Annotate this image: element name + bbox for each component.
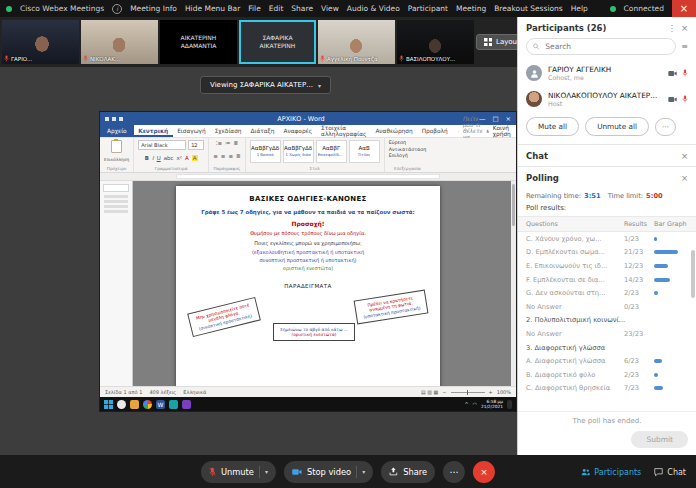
- zoom-level[interactable]: 100%: [497, 389, 511, 395]
- more-options-button[interactable]: ⋯: [655, 118, 676, 136]
- quick-access-toolbar[interactable]: [105, 117, 123, 121]
- menu-breakout-sessions[interactable]: Breakout Sessions: [494, 4, 563, 13]
- hide-menu-bar-button[interactable]: Hide Menu Bar: [185, 4, 240, 13]
- zoom-out-button[interactable]: −: [442, 389, 446, 395]
- page-indicator[interactable]: Σελίδα 1 από 1: [105, 389, 142, 395]
- video-tile[interactable]: Αγγελική Πουντζά: [318, 20, 395, 64]
- tab-design[interactable]: Σχεδίαση: [210, 128, 246, 134]
- muted-mic-icon: [320, 55, 325, 62]
- tab-references[interactable]: Αναφορές: [279, 128, 317, 134]
- menu-meeting[interactable]: Meeting: [456, 4, 486, 13]
- language-indicator[interactable]: Ελληνικά: [183, 389, 206, 395]
- app-icon[interactable]: [169, 400, 178, 409]
- mute-all-button[interactable]: Mute all: [526, 117, 579, 136]
- paste-icon[interactable]: [111, 140, 122, 153]
- menu-view[interactable]: View: [321, 4, 339, 13]
- word-count[interactable]: 409 λέξεις: [149, 389, 176, 395]
- navigation-pane[interactable]: [100, 181, 133, 386]
- document-page[interactable]: ΒΑΣΙΚΕΣ ΟΔΗΓΙΕΣ-ΚΑΝΟΝΕΣ Γράψε 5 έως 7 οδ…: [176, 186, 440, 386]
- share-button[interactable]: Share: [381, 461, 435, 483]
- video-options-caret[interactable]: ▾: [362, 468, 365, 475]
- wifi-icon[interactable]: ◠: [473, 401, 477, 407]
- font-size-select[interactable]: 12: [188, 140, 204, 150]
- unmute-all-button[interactable]: Unmute all: [585, 117, 649, 136]
- audio-options-caret[interactable]: ▾: [265, 468, 268, 475]
- camera-on-icon[interactable]: [668, 70, 677, 77]
- select-button[interactable]: Επιλογή: [389, 153, 408, 158]
- viewing-badge[interactable]: Viewing ΣΑΦΑΡΙΚΑ ΑΙΚΑΤΕΡ... ▾: [200, 76, 331, 94]
- style-chip[interactable]: ΑαΒβΓΕπικεφαλίδα 1: [316, 140, 347, 163]
- menu-help[interactable]: Help: [571, 4, 588, 13]
- document-scrollbar[interactable]: [511, 181, 516, 386]
- video-tile-no-video[interactable]: ΑΙΚΑΤΕΡΙΝΗ ΑΔΑΜΑΝΤΙΑ: [160, 20, 237, 64]
- menu-share[interactable]: Share: [291, 4, 313, 13]
- align-buttons[interactable]: ≡≡≡≣: [213, 153, 240, 159]
- tab-layout[interactable]: Διάταξη: [246, 128, 279, 134]
- nav-search-box[interactable]: [103, 184, 129, 192]
- word-taskbar-icon[interactable]: W: [156, 400, 165, 409]
- panel-options-icon[interactable]: ⋮: [667, 23, 676, 33]
- search-box[interactable]: [526, 38, 676, 55]
- video-tile[interactable]: ΓΑΡΙΟ...: [2, 20, 79, 64]
- more-options-button[interactable]: ⋯: [443, 461, 465, 483]
- close-polling-icon[interactable]: ×: [681, 173, 688, 183]
- video-tile[interactable]: ΒΑΣΙΛΟΠΟΥΛΟΥ...: [397, 20, 474, 64]
- zoom-slider[interactable]: [451, 392, 485, 393]
- video-tile[interactable]: ΝΙΚΟΛΑΚ...: [81, 20, 158, 64]
- participant-row[interactable]: ΓΑΡΙΟΥ ΑΓΓΕΛΙΚΗ Cohost, me: [518, 60, 696, 86]
- chat-panel-button[interactable]: Chat: [654, 467, 686, 476]
- replace-button[interactable]: Αντικατάσταση: [389, 147, 427, 152]
- find-button[interactable]: Εύρεση: [389, 140, 407, 145]
- list-buttons[interactable]: ⁚≡≔≣: [216, 140, 238, 146]
- participants-panel-button[interactable]: Participants: [581, 467, 641, 476]
- app-icon[interactable]: [182, 400, 191, 409]
- font-name-select[interactable]: Arial Black: [138, 140, 186, 150]
- menu-audio-video[interactable]: Audio & Video: [347, 4, 400, 13]
- unmute-button[interactable]: Unmute ▾: [201, 461, 276, 483]
- chrome-icon[interactable]: [143, 400, 152, 409]
- menu-participant[interactable]: Participant: [408, 4, 448, 13]
- maximize-icon: □: [492, 115, 498, 123]
- leave-meeting-button[interactable]: ×: [473, 461, 495, 483]
- zoom-in-button[interactable]: +: [489, 389, 493, 395]
- poll-scrollbar[interactable]: [691, 250, 695, 298]
- tray-chevron-icon[interactable]: ^: [464, 401, 468, 407]
- close-participants-icon[interactable]: ×: [681, 23, 688, 33]
- polling-section-header[interactable]: Polling ×: [518, 166, 696, 188]
- style-chip[interactable]: ΑαΒβΓγΔδ1 Βασικό: [250, 140, 281, 163]
- tab-mailings[interactable]: Στοιχεία αλληλογραφίας: [317, 125, 371, 137]
- font-style-buttons[interactable]: BIUabcx²AA: [145, 155, 198, 161]
- search-taskbar-icon[interactable]: [117, 400, 126, 409]
- windows-start-icon[interactable]: [104, 400, 113, 409]
- window-controls[interactable]: —□×: [479, 115, 511, 123]
- search-input[interactable]: [543, 41, 669, 52]
- style-chip[interactable]: ΑαΒΤίτλος: [349, 140, 380, 163]
- tab-home[interactable]: Κεντρική: [134, 125, 173, 137]
- muted-mic-icon[interactable]: [682, 95, 688, 103]
- chat-section-header[interactable]: Chat ×: [518, 144, 696, 166]
- close-chat-icon[interactable]: ×: [681, 151, 688, 161]
- meeting-info-button[interactable]: Meeting Info: [130, 4, 177, 13]
- view-mode-icons[interactable]: ▤ ▥ ▦: [421, 389, 438, 395]
- camera-on-icon[interactable]: [668, 96, 677, 103]
- participant-row[interactable]: ΝΙΚΟΛΑΚΟΠΟΥΛΟΥ ΑΙΚΑΤΕΡ... Host: [518, 86, 696, 112]
- system-clock[interactable]: 6:58 μμ 21/2/2021: [481, 399, 503, 410]
- file-explorer-icon[interactable]: [130, 400, 139, 409]
- tab-insert[interactable]: Εισαγωγή: [173, 128, 211, 134]
- tab-review[interactable]: Αναθεώρηση: [371, 128, 417, 134]
- muted-mic-icon[interactable]: [682, 69, 688, 77]
- sort-icon[interactable]: ≡: [681, 42, 688, 51]
- stop-video-button[interactable]: Stop video ▾: [284, 461, 373, 483]
- word-share-button[interactable]: Κοινή χρήση: [486, 125, 513, 137]
- close-window-button[interactable]: ×: [672, 0, 696, 17]
- notification-center-icon[interactable]: [507, 400, 512, 409]
- submit-button[interactable]: Submit: [631, 431, 688, 448]
- video-tile-active-speaker[interactable]: ΣΑΦΑΡΙΚΑ ΑΙΚΑΤΕΡΙΝΗ: [239, 20, 316, 64]
- tab-view[interactable]: Προβολή: [417, 128, 452, 134]
- style-chip[interactable]: ΑαΒβΓγΔδ1 Χωρίς διάσ: [283, 140, 314, 163]
- tab-file[interactable]: Αρχείο: [100, 125, 134, 137]
- paste-label[interactable]: Επικόλληση: [104, 157, 129, 162]
- word-canvas: ΒΑΣΙΚΕΣ ΟΔΗΓΙΕΣ-ΚΑΝΟΝΕΣ Γράψε 5 έως 7 οδ…: [100, 181, 516, 386]
- menu-edit[interactable]: Edit: [269, 4, 284, 13]
- menu-file[interactable]: File: [248, 4, 261, 13]
